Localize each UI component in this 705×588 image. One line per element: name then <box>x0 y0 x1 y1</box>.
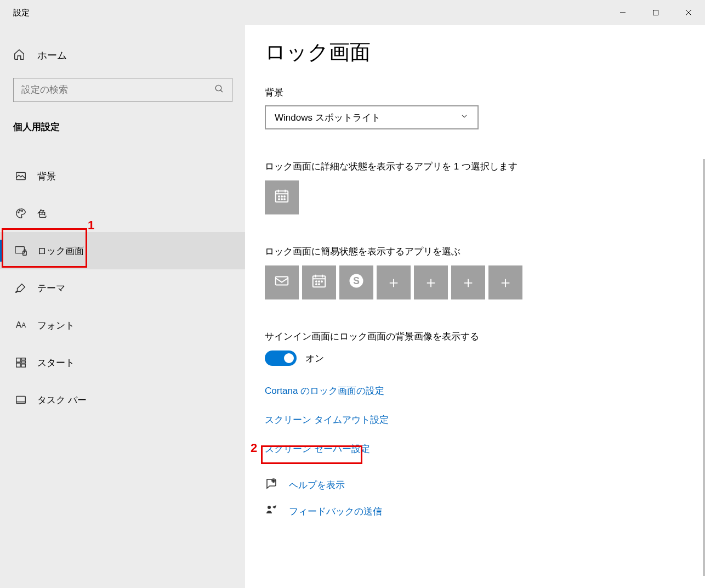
link-send-feedback[interactable]: フィードバックの送信 <box>289 505 382 518</box>
svg-point-8 <box>19 210 20 211</box>
link-cortana-lockscreen[interactable]: Cortana のロック画面の設定 <box>265 385 384 397</box>
sidebar-item-taskbar[interactable]: タスク バー <box>0 381 245 419</box>
mail-icon <box>274 273 290 293</box>
quick-app-tile-add[interactable]: ＋ <box>451 265 485 299</box>
calendar-icon <box>274 188 290 208</box>
link-screen-timeout[interactable]: スクリーン タイムアウト設定 <box>265 414 389 426</box>
start-grid-icon <box>13 357 29 369</box>
svg-point-9 <box>21 211 22 212</box>
svg-point-27 <box>281 199 282 200</box>
sidebar-item-label: フォント <box>37 319 75 332</box>
svg-rect-12 <box>16 358 20 362</box>
sidebar-item-colors[interactable]: 色 <box>0 195 245 232</box>
svg-point-26 <box>278 199 280 200</box>
sidebar: ホーム 個人用設定 背景 色 <box>0 25 245 588</box>
lockscreen-icon <box>13 245 29 257</box>
svg-point-23 <box>278 196 280 197</box>
svg-line-5 <box>220 90 223 92</box>
sidebar-item-label: スタート <box>37 357 75 369</box>
signin-bg-toggle-state: オン <box>305 352 324 365</box>
sidebar-item-start[interactable]: スタート <box>0 344 245 381</box>
minimize-button[interactable] <box>606 0 639 25</box>
picture-icon <box>13 170 29 182</box>
svg-point-4 <box>215 85 221 91</box>
sidebar-nav: 背景 色 ロック画面 テーマ AA <box>0 157 245 419</box>
link-screensaver-settings[interactable]: スクリーン セーバー設定 <box>265 443 370 455</box>
search-icon <box>214 84 224 96</box>
svg-point-34 <box>316 281 317 282</box>
svg-point-37 <box>316 284 317 285</box>
home-icon <box>13 48 29 63</box>
window-controls <box>606 0 705 25</box>
link-show-help[interactable]: ヘルプを表示 <box>289 479 345 491</box>
sidebar-item-lockscreen[interactable]: ロック画面 <box>0 232 245 269</box>
titlebar: 設定 <box>0 0 705 25</box>
quick-status-label: ロック画面に簡易状態を表示するアプリを選ぶ <box>265 245 692 258</box>
svg-rect-16 <box>21 364 25 368</box>
search-box[interactable] <box>13 78 232 102</box>
page-title: ロック画面 <box>265 38 692 66</box>
sidebar-home-label: ホーム <box>37 49 67 62</box>
close-button[interactable] <box>672 0 705 25</box>
svg-rect-17 <box>16 397 26 404</box>
signin-bg-toggle[interactable] <box>265 350 297 366</box>
maximize-button[interactable] <box>639 0 672 25</box>
svg-text:?: ? <box>273 479 275 483</box>
background-label: 背景 <box>265 86 692 99</box>
quick-app-tile-add[interactable]: ＋ <box>488 265 522 299</box>
sidebar-home[interactable]: ホーム <box>0 42 245 69</box>
sidebar-item-label: 背景 <box>37 170 56 183</box>
svg-point-28 <box>284 199 285 200</box>
scrollbar[interactable] <box>703 159 705 576</box>
taskbar-icon <box>13 394 29 406</box>
svg-point-43 <box>268 506 271 509</box>
sidebar-section-header: 個人用設定 <box>0 121 245 133</box>
plus-icon: ＋ <box>386 272 401 293</box>
skype-icon: S <box>348 273 365 293</box>
quick-app-tile-add[interactable]: ＋ <box>414 265 448 299</box>
help-bubble-icon: ? <box>265 477 281 493</box>
background-dropdown-value: Windows スポットライト <box>275 111 380 124</box>
svg-point-24 <box>281 196 282 197</box>
sidebar-item-label: 色 <box>37 207 47 220</box>
svg-point-38 <box>319 284 320 285</box>
plus-icon: ＋ <box>460 272 476 293</box>
chevron-down-icon <box>460 112 469 123</box>
svg-rect-29 <box>276 276 288 285</box>
svg-point-25 <box>284 196 285 197</box>
plus-icon: ＋ <box>423 272 439 293</box>
sidebar-item-label: タスク バー <box>37 394 87 406</box>
brush-icon <box>13 282 29 294</box>
quick-app-tile-skype[interactable]: S <box>339 265 373 299</box>
sidebar-item-themes[interactable]: テーマ <box>0 269 245 307</box>
quick-app-tile-calendar[interactable] <box>302 265 336 299</box>
sidebar-item-label: ロック画面 <box>37 245 84 257</box>
quick-app-tile-add[interactable]: ＋ <box>377 265 411 299</box>
sidebar-item-label: テーマ <box>37 282 65 295</box>
svg-rect-1 <box>653 10 658 15</box>
annotation-number-2: 2 <box>251 441 257 455</box>
calendar-icon <box>311 273 327 293</box>
svg-rect-13 <box>21 358 25 360</box>
font-icon: AA <box>13 320 29 330</box>
svg-point-35 <box>319 281 320 282</box>
sidebar-item-fonts[interactable]: AA フォント <box>0 307 245 344</box>
svg-rect-15 <box>16 363 20 367</box>
window-title: 設定 <box>0 8 30 18</box>
detailed-status-app-tile[interactable] <box>265 180 299 214</box>
search-input[interactable] <box>21 84 208 95</box>
signin-bg-label: サインイン画面にロック画面の背景画像を表示する <box>265 330 692 343</box>
svg-rect-14 <box>21 361 25 363</box>
detailed-status-label: ロック画面に詳細な状態を表示するアプリを 1 つ選択します <box>265 160 692 173</box>
main-content: ロック画面 背景 Windows スポットライト ロック画面に詳細な状態を表示す… <box>245 25 705 588</box>
quick-app-tile-mail[interactable] <box>265 265 299 299</box>
sidebar-item-background[interactable]: 背景 <box>0 157 245 195</box>
plus-icon: ＋ <box>498 272 513 293</box>
svg-text:S: S <box>353 275 360 286</box>
svg-point-36 <box>321 281 322 282</box>
palette-icon <box>13 207 29 219</box>
svg-point-7 <box>18 212 19 213</box>
feedback-icon <box>265 504 281 519</box>
background-dropdown[interactable]: Windows スポットライト <box>265 105 479 129</box>
